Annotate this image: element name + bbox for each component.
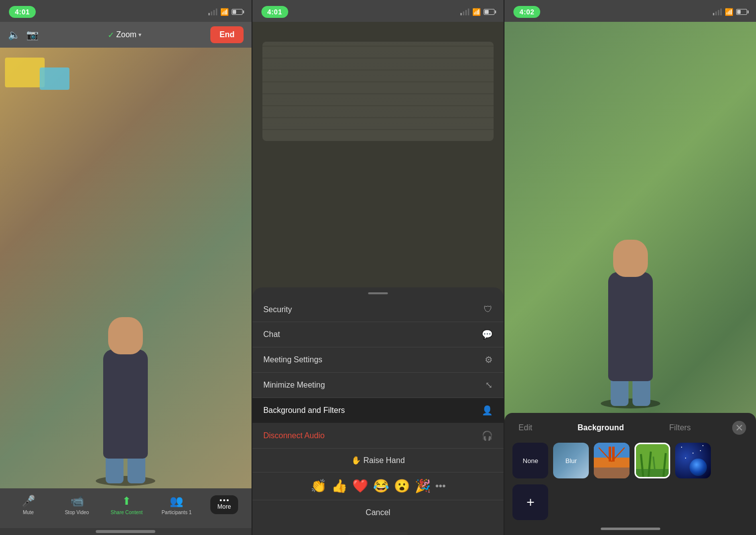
bottom-toolbar-1: 🎤 Mute 📹 Stop Video ⬆ Share Content 👥 Pa… bbox=[0, 488, 252, 528]
add-background-button[interactable]: + bbox=[512, 484, 548, 520]
figurine-head-3 bbox=[613, 240, 648, 277]
menu-minimize-label: Minimize Meeting bbox=[263, 381, 325, 390]
menu-item-background[interactable]: Background and Filters 👤 bbox=[252, 398, 504, 423]
svg-rect-1 bbox=[594, 458, 630, 468]
plus-icon: + bbox=[526, 494, 534, 510]
background-icon: 👤 bbox=[482, 405, 493, 416]
menu-security-label: Security bbox=[263, 305, 292, 314]
status-bar-1: 4:01 📶 bbox=[0, 0, 252, 22]
menu-settings-label: Meeting Settings bbox=[263, 355, 322, 364]
more-label: More bbox=[217, 503, 231, 510]
share-icon: ⬆ bbox=[122, 495, 131, 508]
bg-thumbnails-row-1: None Blur bbox=[512, 443, 748, 478]
participants-button[interactable]: 👥 Participants 1 bbox=[162, 495, 192, 515]
status-bar-3: 4:02 📶 bbox=[504, 0, 756, 22]
settings-icon: ⚙ bbox=[485, 354, 493, 365]
signal-icon-3 bbox=[713, 8, 722, 15]
video-area-1 bbox=[0, 48, 252, 488]
stop-video-label: Stop Video bbox=[65, 510, 89, 515]
more-dots-icon bbox=[220, 499, 229, 501]
menu-item-disconnect[interactable]: Disconnect Audio 🎧 bbox=[252, 423, 504, 449]
zoom-check-icon: ✓ bbox=[108, 30, 114, 40]
mute-label: Mute bbox=[23, 510, 34, 515]
cancel-row[interactable]: Cancel bbox=[252, 500, 504, 525]
battery-icon-2 bbox=[484, 9, 495, 15]
menu-chat-label: Chat bbox=[263, 330, 280, 339]
status-time-1: 4:01 bbox=[9, 6, 36, 18]
bg-thumb-space[interactable] bbox=[675, 443, 711, 478]
none-label: None bbox=[523, 457, 538, 465]
menu-item-chat[interactable]: Chat 💬 bbox=[252, 322, 504, 347]
svg-rect-2 bbox=[594, 468, 630, 478]
wifi-icon-2: 📶 bbox=[472, 8, 481, 16]
home-indicator-3 bbox=[601, 528, 660, 530]
camera-flip-icon[interactable]: 📷 bbox=[26, 29, 39, 41]
signal-icon-2 bbox=[460, 8, 469, 15]
video-icon: 📹 bbox=[70, 495, 84, 508]
bottom-sheet-menu: Security 🛡 Chat 💬 Meeting Settings ⚙ Min… bbox=[252, 287, 504, 535]
bg-thumb-none[interactable]: None bbox=[512, 443, 548, 478]
chat-icon: 💬 bbox=[482, 329, 493, 340]
tab-edit[interactable]: Edit bbox=[514, 421, 536, 434]
stop-video-button[interactable]: 📹 Stop Video bbox=[62, 495, 92, 515]
mute-icon: 🎤 bbox=[22, 495, 35, 508]
more-button[interactable]: More bbox=[210, 495, 238, 514]
mute-button[interactable]: 🎤 Mute bbox=[13, 495, 43, 515]
battery-icon-3 bbox=[736, 9, 747, 15]
menu-item-minimize[interactable]: Minimize Meeting ⤡ bbox=[252, 373, 504, 398]
wifi-icon-3: 📶 bbox=[725, 8, 733, 16]
emoji-thumbs-up[interactable]: 👍 bbox=[331, 478, 347, 494]
figurine-1 bbox=[76, 250, 175, 488]
participants-label: Participants 1 bbox=[162, 510, 192, 515]
phone-panel-2: 4:01 📶 Security 🛡 Chat 💬 bbox=[252, 0, 504, 535]
bg-thumbnails-row-2: + bbox=[512, 484, 748, 520]
menu-item-settings[interactable]: Meeting Settings ⚙ bbox=[252, 347, 504, 373]
svg-rect-0 bbox=[594, 443, 630, 458]
figurine-body bbox=[103, 349, 148, 459]
end-button[interactable]: End bbox=[210, 26, 243, 43]
close-icon: ✕ bbox=[735, 422, 744, 434]
home-indicator-1 bbox=[96, 530, 155, 533]
figurine-3 bbox=[581, 173, 680, 411]
participants-icon: 👥 bbox=[170, 495, 183, 508]
status-time-3: 4:02 bbox=[513, 6, 540, 18]
close-button[interactable]: ✕ bbox=[732, 421, 746, 435]
zoom-label: ✓ Zoom ▾ bbox=[45, 30, 204, 40]
share-content-button[interactable]: ⬆ Share Content bbox=[111, 495, 143, 515]
menu-item-security[interactable]: Security 🛡 bbox=[252, 297, 504, 322]
svg-rect-5 bbox=[609, 447, 611, 462]
emoji-heart[interactable]: ❤️ bbox=[352, 478, 368, 494]
menu-disconnect-label: Disconnect Audio bbox=[263, 431, 325, 440]
audio-disconnect-icon: 🎧 bbox=[482, 430, 493, 441]
tab-filters[interactable]: Filters bbox=[665, 421, 695, 434]
tab-background[interactable]: Background bbox=[573, 421, 628, 434]
status-bar-2: 4:01 📶 bbox=[252, 0, 504, 22]
status-icons-3: 📶 bbox=[713, 8, 747, 16]
status-icons-1: 📶 bbox=[208, 8, 243, 16]
sheet-handle bbox=[368, 292, 388, 294]
emoji-clap[interactable]: 👏 bbox=[311, 478, 326, 494]
raise-hand-row[interactable]: ✋ Raise Hand bbox=[252, 449, 504, 472]
emoji-wow[interactable]: 😮 bbox=[394, 478, 410, 494]
emoji-laugh[interactable]: 😂 bbox=[373, 478, 389, 494]
phone-panel-1: 4:01 📶 🔈 📷 ✓ Zoom ▾ End bbox=[0, 0, 252, 535]
emoji-more-icon[interactable]: ••• bbox=[436, 480, 446, 492]
signal-icon-1 bbox=[208, 8, 217, 15]
share-label: Share Content bbox=[111, 510, 143, 515]
speaker-icon[interactable]: 🔈 bbox=[8, 29, 20, 41]
bg-selector-header: Edit Background Filters ✕ bbox=[512, 421, 748, 435]
wifi-icon-1: 📶 bbox=[220, 8, 229, 16]
cancel-label: Cancel bbox=[366, 508, 390, 517]
figurine-head bbox=[108, 317, 143, 354]
emoji-party[interactable]: 🎉 bbox=[415, 478, 431, 494]
bg-thumb-bridge[interactable] bbox=[594, 443, 630, 478]
minimize-icon: ⤡ bbox=[485, 380, 493, 391]
phone-panel-3: 4:02 📶 bbox=[504, 0, 756, 535]
svg-rect-6 bbox=[612, 447, 615, 462]
menu-background-label: Background and Filters bbox=[263, 406, 345, 415]
bg-thumb-blur[interactable]: Blur bbox=[553, 443, 589, 478]
status-time-2: 4:01 bbox=[261, 6, 288, 18]
bg-sticky-yellow bbox=[5, 58, 45, 87]
bg-thumb-grass[interactable] bbox=[634, 443, 670, 478]
status-icons-2: 📶 bbox=[460, 8, 495, 16]
